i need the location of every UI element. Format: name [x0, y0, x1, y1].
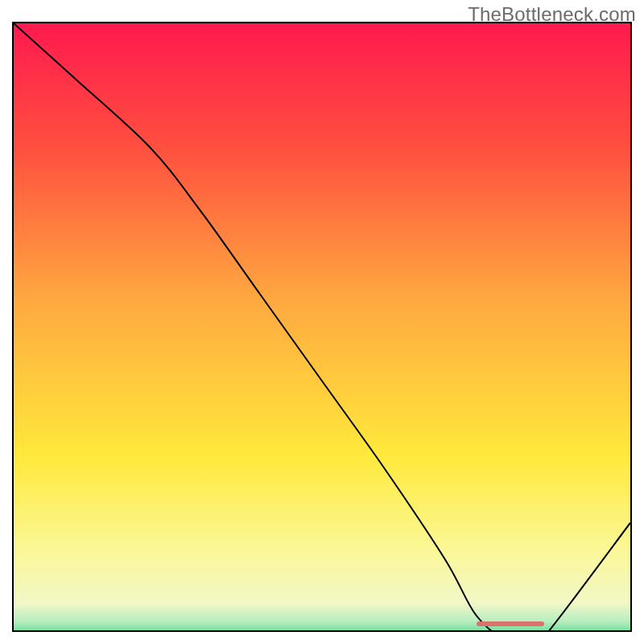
- optimal-marker: [477, 621, 544, 626]
- chart-plot-area: [12, 22, 632, 632]
- chart-curve: [14, 23, 630, 632]
